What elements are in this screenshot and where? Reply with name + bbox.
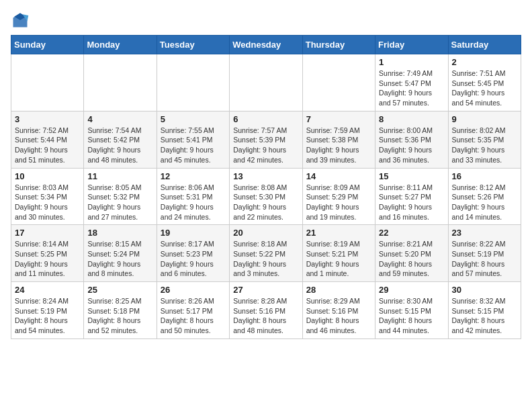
calendar-cell: 20Sunrise: 8:18 AMSunset: 5:22 PMDayligh… [230, 225, 302, 282]
calendar-cell: 6Sunrise: 7:57 AMSunset: 5:39 PMDaylight… [230, 111, 302, 168]
day-detail: Sunrise: 8:29 AMSunset: 5:16 PMDaylight:… [306, 296, 371, 336]
calendar-header-saturday: Saturday [448, 36, 521, 54]
day-number: 19 [161, 228, 226, 238]
calendar-cell: 25Sunrise: 8:25 AMSunset: 5:18 PMDayligh… [84, 282, 157, 339]
day-detail: Sunrise: 7:59 AMSunset: 5:38 PMDaylight:… [306, 126, 371, 165]
calendar-header-tuesday: Tuesday [157, 36, 229, 54]
calendar-cell: 18Sunrise: 8:15 AMSunset: 5:24 PMDayligh… [84, 225, 157, 282]
calendar-cell [11, 54, 84, 111]
day-detail: Sunrise: 8:17 AMSunset: 5:23 PMDaylight:… [161, 239, 226, 279]
day-detail: Sunrise: 8:09 AMSunset: 5:29 PMDaylight:… [306, 183, 371, 222]
day-number: 2 [452, 57, 517, 67]
day-detail: Sunrise: 8:28 AMSunset: 5:16 PMDaylight:… [233, 296, 298, 336]
logo [11, 11, 32, 30]
calendar-cell: 8Sunrise: 8:00 AMSunset: 5:36 PMDaylight… [375, 111, 448, 168]
calendar-cell: 9Sunrise: 8:02 AMSunset: 5:35 PMDaylight… [448, 111, 521, 168]
day-detail: Sunrise: 8:15 AMSunset: 5:24 PMDaylight:… [87, 239, 152, 279]
day-number: 27 [233, 285, 298, 295]
day-number: 3 [15, 114, 80, 124]
day-number: 30 [452, 285, 517, 295]
day-number: 22 [379, 228, 444, 238]
day-number: 21 [306, 228, 371, 238]
calendar-cell [302, 54, 375, 111]
calendar-header-row: SundayMondayTuesdayWednesdayThursdayFrid… [11, 36, 521, 54]
day-number: 26 [161, 285, 226, 295]
day-number: 25 [87, 285, 152, 295]
calendar-table: SundayMondayTuesdayWednesdayThursdayFrid… [11, 35, 521, 339]
calendar-cell: 1Sunrise: 7:49 AMSunset: 5:47 PMDaylight… [375, 54, 448, 111]
day-number: 12 [161, 171, 226, 181]
day-detail: Sunrise: 8:12 AMSunset: 5:26 PMDaylight:… [452, 183, 517, 222]
day-number: 24 [15, 285, 80, 295]
calendar-cell: 19Sunrise: 8:17 AMSunset: 5:23 PMDayligh… [157, 225, 229, 282]
day-detail: Sunrise: 7:55 AMSunset: 5:41 PMDaylight:… [161, 126, 226, 165]
calendar-cell: 23Sunrise: 8:22 AMSunset: 5:19 PMDayligh… [448, 225, 521, 282]
calendar-week-1: 1Sunrise: 7:49 AMSunset: 5:47 PMDaylight… [11, 54, 521, 111]
calendar-cell: 5Sunrise: 7:55 AMSunset: 5:41 PMDaylight… [157, 111, 229, 168]
day-detail: Sunrise: 8:08 AMSunset: 5:30 PMDaylight:… [233, 183, 298, 222]
calendar-week-2: 3Sunrise: 7:52 AMSunset: 5:44 PMDaylight… [11, 111, 521, 168]
calendar-cell: 27Sunrise: 8:28 AMSunset: 5:16 PMDayligh… [230, 282, 302, 339]
day-number: 18 [87, 228, 152, 238]
day-number: 14 [306, 171, 371, 181]
day-number: 17 [15, 228, 80, 238]
calendar-cell: 28Sunrise: 8:29 AMSunset: 5:16 PMDayligh… [302, 282, 375, 339]
calendar-week-5: 24Sunrise: 8:24 AMSunset: 5:19 PMDayligh… [11, 282, 521, 339]
day-number: 8 [379, 114, 444, 124]
day-detail: Sunrise: 8:19 AMSunset: 5:21 PMDaylight:… [306, 239, 371, 279]
calendar-cell: 14Sunrise: 8:09 AMSunset: 5:29 PMDayligh… [302, 168, 375, 225]
day-detail: Sunrise: 8:22 AMSunset: 5:19 PMDaylight:… [452, 239, 517, 279]
day-detail: Sunrise: 8:00 AMSunset: 5:36 PMDaylight:… [379, 126, 444, 165]
calendar-header-thursday: Thursday [302, 36, 375, 54]
calendar-cell: 11Sunrise: 8:05 AMSunset: 5:32 PMDayligh… [84, 168, 157, 225]
calendar-cell: 16Sunrise: 8:12 AMSunset: 5:26 PMDayligh… [448, 168, 521, 225]
calendar-cell: 29Sunrise: 8:30 AMSunset: 5:15 PMDayligh… [375, 282, 448, 339]
day-detail: Sunrise: 8:11 AMSunset: 5:27 PMDaylight:… [379, 183, 444, 222]
calendar-cell: 12Sunrise: 8:06 AMSunset: 5:31 PMDayligh… [157, 168, 229, 225]
day-number: 15 [379, 171, 444, 181]
day-number: 13 [233, 171, 298, 181]
day-number: 5 [161, 114, 226, 124]
day-detail: Sunrise: 8:26 AMSunset: 5:17 PMDaylight:… [161, 296, 226, 336]
day-number: 4 [87, 114, 152, 124]
calendar-header-wednesday: Wednesday [230, 36, 302, 54]
day-number: 11 [87, 171, 152, 181]
page-header [11, 11, 521, 30]
day-detail: Sunrise: 8:21 AMSunset: 5:20 PMDaylight:… [379, 239, 444, 279]
day-detail: Sunrise: 7:54 AMSunset: 5:42 PMDaylight:… [87, 126, 152, 165]
day-detail: Sunrise: 8:32 AMSunset: 5:15 PMDaylight:… [452, 296, 517, 336]
day-number: 1 [379, 57, 444, 67]
day-detail: Sunrise: 7:51 AMSunset: 5:45 PMDaylight:… [452, 68, 517, 108]
day-detail: Sunrise: 8:18 AMSunset: 5:22 PMDaylight:… [233, 239, 298, 279]
calendar-cell [230, 54, 302, 111]
day-detail: Sunrise: 8:24 AMSunset: 5:19 PMDaylight:… [15, 296, 80, 336]
calendar-week-3: 10Sunrise: 8:03 AMSunset: 5:34 PMDayligh… [11, 168, 521, 225]
day-number: 23 [452, 228, 517, 238]
logo-icon [11, 11, 30, 30]
day-detail: Sunrise: 8:03 AMSunset: 5:34 PMDaylight:… [15, 183, 80, 222]
day-detail: Sunrise: 8:05 AMSunset: 5:32 PMDaylight:… [87, 183, 152, 222]
day-number: 16 [452, 171, 517, 181]
calendar-cell: 7Sunrise: 7:59 AMSunset: 5:38 PMDaylight… [302, 111, 375, 168]
day-number: 29 [379, 285, 444, 295]
calendar-cell: 2Sunrise: 7:51 AMSunset: 5:45 PMDaylight… [448, 54, 521, 111]
day-number: 7 [306, 114, 371, 124]
day-number: 10 [15, 171, 80, 181]
calendar-cell: 3Sunrise: 7:52 AMSunset: 5:44 PMDaylight… [11, 111, 84, 168]
calendar-week-4: 17Sunrise: 8:14 AMSunset: 5:25 PMDayligh… [11, 225, 521, 282]
calendar-cell: 15Sunrise: 8:11 AMSunset: 5:27 PMDayligh… [375, 168, 448, 225]
day-detail: Sunrise: 8:02 AMSunset: 5:35 PMDaylight:… [452, 126, 517, 165]
day-detail: Sunrise: 8:25 AMSunset: 5:18 PMDaylight:… [87, 296, 152, 336]
calendar-cell [84, 54, 157, 111]
day-detail: Sunrise: 7:52 AMSunset: 5:44 PMDaylight:… [15, 126, 80, 165]
calendar-cell: 4Sunrise: 7:54 AMSunset: 5:42 PMDaylight… [84, 111, 157, 168]
calendar-cell: 10Sunrise: 8:03 AMSunset: 5:34 PMDayligh… [11, 168, 84, 225]
calendar-cell: 30Sunrise: 8:32 AMSunset: 5:15 PMDayligh… [448, 282, 521, 339]
day-detail: Sunrise: 8:06 AMSunset: 5:31 PMDaylight:… [161, 183, 226, 222]
calendar-cell [157, 54, 229, 111]
day-number: 9 [452, 114, 517, 124]
calendar-header-sunday: Sunday [11, 36, 84, 54]
calendar-header-friday: Friday [375, 36, 448, 54]
calendar-cell: 21Sunrise: 8:19 AMSunset: 5:21 PMDayligh… [302, 225, 375, 282]
calendar-cell: 13Sunrise: 8:08 AMSunset: 5:30 PMDayligh… [230, 168, 302, 225]
